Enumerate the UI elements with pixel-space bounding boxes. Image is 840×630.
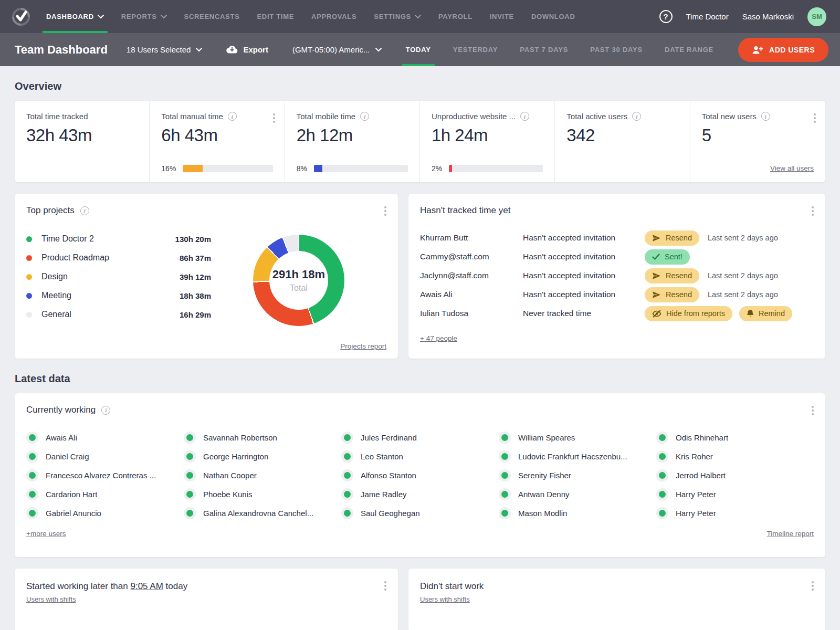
remind-button[interactable]: Remind [739, 306, 792, 321]
person-name: Jules Ferdinand [361, 433, 417, 442]
working-person[interactable]: Jame Radley [341, 485, 499, 503]
user-name[interactable]: Saso Markoski [742, 12, 794, 21]
nav-item-screencasts[interactable]: SCREENCASTS [184, 0, 240, 33]
hide-button[interactable]: Hide from reports [645, 306, 732, 321]
working-person[interactable]: Kris Roher [656, 447, 814, 466]
working-person[interactable]: Savannah Robertson [184, 428, 341, 447]
legend-item-design[interactable]: Design 39h 12m [26, 267, 211, 286]
kebab-menu-icon[interactable] [810, 204, 816, 218]
working-person[interactable]: Galina Alexandrovna Canchel... [184, 503, 341, 522]
currently-working-title: Currently working [26, 405, 96, 415]
legend-item-time-doctor-2[interactable]: Time Doctor 2 130h 20m [26, 229, 211, 248]
online-status-icon [26, 507, 38, 519]
users-selected-dropdown[interactable]: 18 Users Selected [127, 45, 203, 54]
working-person[interactable]: Alfonso Stanton [341, 466, 499, 485]
info-icon[interactable]: i [360, 112, 369, 121]
working-person[interactable]: Gabriel Anuncio [26, 503, 184, 522]
working-person[interactable]: Saul Geoghegan [341, 503, 499, 522]
working-person[interactable]: Phoebe Kunis [184, 485, 341, 503]
nav-item-reports[interactable]: REPORTS [121, 0, 167, 33]
info-icon[interactable]: i [228, 112, 237, 121]
add-users-button[interactable]: ADD USERS [738, 38, 828, 62]
working-person[interactable]: Ludovic Frankfurt Hacszenbu... [499, 447, 656, 466]
tab-today[interactable]: TODAY [395, 33, 442, 66]
person-name: Galina Alexandrovna Canchel... [203, 509, 313, 518]
tab-date-range[interactable]: DATE RANGE [654, 33, 724, 66]
kebab-menu-icon[interactable] [812, 111, 818, 125]
working-person[interactable]: Jules Ferdinand [341, 428, 499, 447]
export-button[interactable]: Export [226, 45, 268, 54]
users-with-shifts-link[interactable]: Users with shifts [420, 595, 470, 603]
working-person[interactable]: Awais Ali [26, 428, 184, 447]
person-name: Odis Rhinehart [676, 433, 728, 442]
nav-item-edit-time[interactable]: EDIT TIME [257, 0, 295, 33]
last-sent-note: Last sent 2 days ago [708, 290, 778, 299]
stat-total-manual-time: Total manual time i 6h 43m 16% [150, 101, 285, 182]
invite-person-name: Khurram Butt [420, 233, 523, 243]
working-person[interactable]: Harry Peter [656, 485, 814, 503]
stat-label: Total time tracked [26, 112, 88, 121]
working-person[interactable]: Francesco Alvarez Contreras ... [26, 466, 184, 485]
nav-item-download[interactable]: DOWNLOAD [531, 0, 575, 33]
late-start-card: Started working later than 9:05 AM today… [15, 569, 398, 630]
working-person[interactable]: Serenity Fisher [499, 466, 656, 485]
users-with-shifts-link[interactable]: Users with shifts [26, 595, 76, 603]
more-users-link[interactable]: +more users [26, 530, 66, 538]
kebab-menu-icon[interactable] [382, 579, 388, 593]
legend-ring-icon [26, 255, 32, 261]
working-person[interactable]: Leo Stanton [341, 447, 499, 466]
timezone-dropdown[interactable]: (GMT-05:00) Americ... [292, 45, 382, 54]
working-person[interactable]: Harry Peter [656, 503, 814, 522]
kebab-menu-icon[interactable] [810, 404, 816, 417]
resend-button[interactable]: Resend [645, 268, 699, 284]
info-icon[interactable]: i [520, 112, 529, 121]
nav-item-settings[interactable]: SETTINGS [374, 0, 421, 33]
stat-label: Total active users [566, 112, 627, 121]
pill-label: Resend [666, 290, 692, 299]
working-person[interactable]: Antwan Denny [499, 485, 656, 503]
time-doctor-logo-icon[interactable] [10, 6, 32, 27]
working-person[interactable]: Odis Rhinehart [656, 428, 814, 447]
kebab-menu-icon[interactable] [382, 204, 388, 218]
working-person[interactable]: George Harrington [184, 447, 341, 466]
last-sent-note: Last sent 2 days ago [708, 234, 778, 242]
info-icon[interactable]: i [761, 112, 770, 121]
working-person[interactable]: Nathan Cooper [184, 466, 341, 485]
nav-item-invite[interactable]: INVITE [490, 0, 514, 33]
legend-item-general[interactable]: General 16h 29m [26, 305, 211, 324]
working-person[interactable]: William Speares [499, 428, 656, 447]
info-icon[interactable]: i [101, 406, 110, 415]
stat-total-active-users: Total active users i 342 [555, 101, 690, 182]
kebab-menu-icon[interactable] [271, 111, 277, 125]
timeline-report-link[interactable]: Timeline report [766, 530, 814, 538]
avatar[interactable]: SM [807, 7, 826, 26]
stat-label: Total mobile time [297, 112, 356, 121]
overview-stats-card: Total time tracked 32h 43m Total manual … [15, 101, 825, 182]
legend-item-meeting[interactable]: Meeting 18h 38m [26, 286, 211, 305]
online-status-icon [184, 507, 196, 519]
kebab-menu-icon[interactable] [810, 579, 816, 593]
working-person[interactable]: Jerrod Halbert [656, 466, 814, 485]
tab-past-7-days[interactable]: PAST 7 DAYS [509, 33, 579, 66]
resend-button[interactable]: Resend [645, 230, 699, 246]
info-icon[interactable]: i [632, 112, 641, 121]
info-icon[interactable]: i [80, 206, 89, 215]
more-people-link[interactable]: + 47 people [420, 334, 457, 342]
view-all-users-link[interactable]: View all users [770, 164, 814, 172]
tab-past-30-days[interactable]: PAST 30 DAYS [579, 33, 654, 66]
sent-button[interactable]: Sent! [645, 249, 690, 265]
nav-item-approvals[interactable]: APPROVALS [311, 0, 356, 33]
nav-item-dashboard[interactable]: DASHBOARD [46, 0, 104, 33]
working-person[interactable]: Cardarion Hart [26, 485, 184, 503]
working-person[interactable]: Daniel Craig [26, 447, 184, 466]
online-status-icon [656, 432, 668, 444]
nav-item-payroll[interactable]: PAYROLL [438, 0, 472, 33]
working-person[interactable]: Mason Modlin [499, 503, 656, 522]
projects-report-link[interactable]: Projects report [340, 342, 386, 350]
resend-button[interactable]: Resend [645, 287, 699, 302]
invite-person-name: Jaclynn@staff.com [420, 271, 523, 280]
help-icon[interactable]: ? [659, 10, 673, 23]
tab-yesterday[interactable]: YESTERDAY [442, 33, 509, 66]
main-nav: DASHBOARDREPORTSSCREENCASTSEDIT TIMEAPPR… [46, 0, 593, 33]
legend-item-product-roadmap[interactable]: Product Roadmap 86h 37m [26, 248, 211, 267]
